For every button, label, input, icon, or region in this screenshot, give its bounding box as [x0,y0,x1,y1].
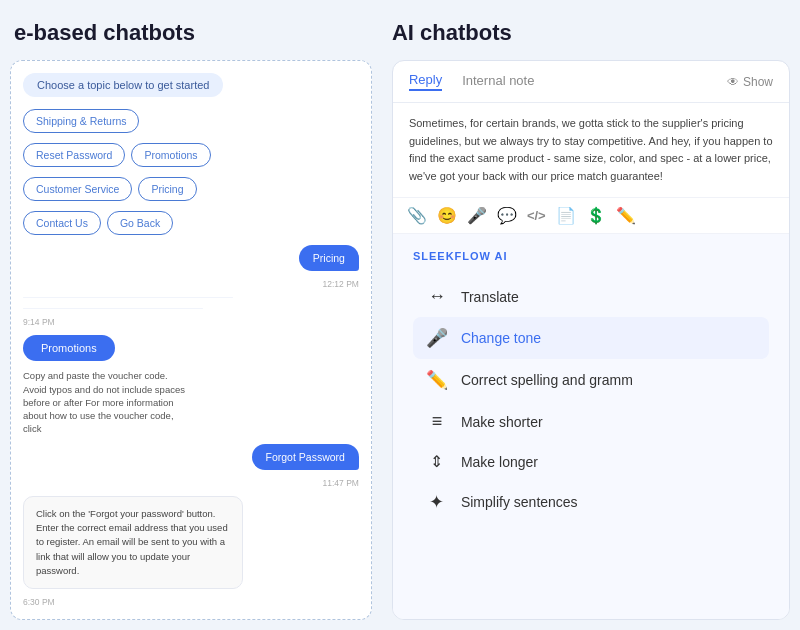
translate-icon: ↔ [425,286,449,307]
edit-icon[interactable]: ✏️ [616,206,636,225]
info-text: Copy and paste the voucher code. Avoid t… [23,369,193,435]
attach-icon[interactable]: 📎 [407,206,427,225]
ai-item-simplify-label: Simplify sentences [461,494,578,510]
rule-based-chat-window: Choose a topic below to get started Ship… [10,60,372,620]
toolbar-row: 📎 😊 🎤 💬 </> 📄 💲 ✏️ [393,198,789,234]
button-row-2: Reset Password Promotions [23,143,359,167]
pricing-bubble: Pricing [299,245,359,271]
ai-item-spelling-label: Correct spelling and gramm [461,372,633,388]
left-panel: e-based chatbots Choose a topic below to… [10,20,372,620]
ai-item-change-tone[interactable]: 🎤 Change tone [413,317,769,359]
shorter-icon: ≡ [425,411,449,432]
left-title: e-based chatbots [10,20,372,46]
ai-item-longer-label: Make longer [461,454,538,470]
ai-item-translate-label: Translate [461,289,519,305]
right-panel: AI chatbots Reply Internal note 👁 Show S… [392,20,790,620]
ai-chat-interface: Reply Internal note 👁 Show Sometimes, fo… [392,60,790,620]
chat-btn-password[interactable]: Reset Password [23,143,125,167]
code-icon[interactable]: </> [527,208,546,223]
forgot-password-bubble: Forgot Password [252,444,359,470]
ai-item-shorter-label: Make shorter [461,414,543,430]
eye-icon: 👁 [727,75,739,89]
ai-item-translate[interactable]: ↔ Translate [413,276,769,317]
time-1: 12:12 PM [323,279,359,289]
promotions-bubble[interactable]: Promotions [23,335,115,361]
time-4: 6:30 PM [23,597,55,607]
ai-item-change-tone-label: Change tone [461,330,541,346]
ai-panel: SLEEKFLOW AI ↔ Translate 🎤 Change tone ✏… [393,234,789,619]
doc-icon[interactable]: 📄 [556,206,576,225]
chat-btn-shipping[interactable]: Shipping & Returns [23,109,139,133]
empty-bubble-1 [23,297,233,298]
message-area: Sometimes, for certain brands, we gotta … [393,103,789,198]
right-title: AI chatbots [392,20,790,46]
ai-panel-title: SLEEKFLOW AI [413,250,769,262]
emoji-icon[interactable]: 😊 [437,206,457,225]
button-row-1: Shipping & Returns [23,109,359,133]
tabs-row: Reply Internal note 👁 Show [393,61,789,103]
tab-internal-note[interactable]: Internal note [462,73,534,90]
reply-steps-bubble: Click on the 'Forgot your password' butt… [23,496,243,589]
mic-icon: 🎤 [425,327,449,349]
chat-icon[interactable]: 💬 [497,206,517,225]
button-row-4: Contact Us Go Back [23,211,359,235]
chat-btn-promotions-btn[interactable]: Promotions [131,143,210,167]
button-row-3: Customer Service Pricing [23,177,359,201]
time-3: 11:47 PM [323,478,359,488]
empty-bubble-2 [23,308,203,309]
show-button[interactable]: 👁 Show [727,75,773,89]
tab-reply[interactable]: Reply [409,72,442,91]
ai-item-spelling[interactable]: ✏️ Correct spelling and gramm [413,359,769,401]
ai-item-longer[interactable]: ⇕ Make longer [413,442,769,481]
dollar-icon[interactable]: 💲 [586,206,606,225]
chat-btn-contact[interactable]: Contact Us [23,211,101,235]
topic-prompt: Choose a topic below to get started [23,73,223,97]
show-label: Show [743,75,773,89]
time-2: 9:14 PM [23,317,55,327]
audio-icon[interactable]: 🎤 [467,206,487,225]
spelling-icon: ✏️ [425,369,449,391]
chat-btn-pricing[interactable]: Pricing [138,177,196,201]
longer-icon: ⇕ [425,452,449,471]
chat-btn-goback[interactable]: Go Back [107,211,173,235]
chat-btn-customer-service[interactable]: Customer Service [23,177,132,201]
ai-item-simplify[interactable]: ✦ Simplify sentences [413,481,769,523]
simplify-icon: ✦ [425,491,449,513]
ai-item-shorter[interactable]: ≡ Make shorter [413,401,769,442]
